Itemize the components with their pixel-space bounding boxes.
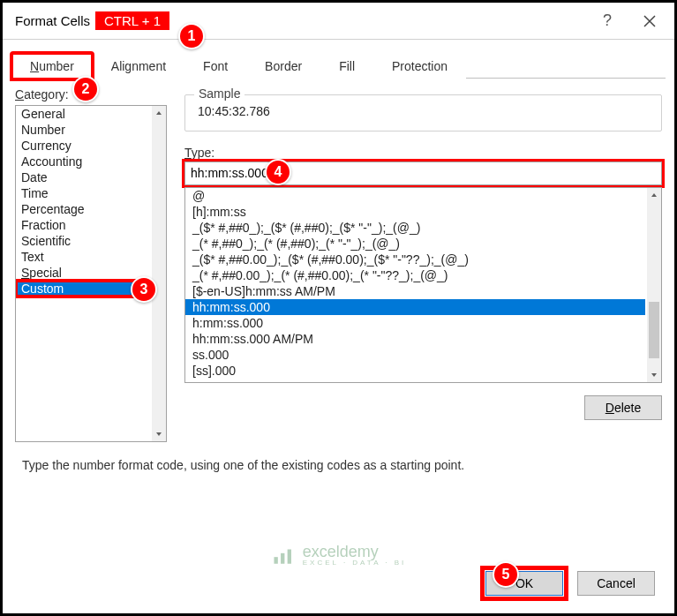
svg-rect-1: [281, 553, 284, 564]
category-item[interactable]: Number: [16, 122, 152, 138]
type-item-selected[interactable]: hh:mm:ss.000: [185, 299, 645, 315]
scroll-thumb[interactable]: [649, 302, 659, 358]
category-item[interactable]: Fraction: [16, 217, 152, 233]
category-list[interactable]: General Number Currency Accounting Date …: [15, 105, 167, 442]
type-item[interactable]: [h]:mm:ss: [185, 204, 645, 220]
svg-rect-0: [274, 557, 277, 564]
callout-4: 4: [265, 159, 291, 185]
type-item[interactable]: _(* #,##0_);_(* (#,##0);_(* "-"_);_(@_): [185, 236, 645, 252]
svg-rect-2: [287, 550, 290, 564]
sample-value: 10:45:32.786: [196, 104, 651, 118]
tab-alignment[interactable]: Alignment: [93, 53, 184, 79]
callout-3: 3: [131, 276, 157, 303]
scroll-up-icon[interactable]: [152, 106, 166, 120]
tab-font[interactable]: Font: [184, 53, 246, 79]
category-item[interactable]: General: [16, 106, 152, 122]
sample-label: Sample: [194, 86, 244, 101]
category-item[interactable]: Text: [16, 249, 152, 265]
scroll-up-icon[interactable]: [647, 188, 661, 202]
scroll-down-icon[interactable]: [152, 427, 166, 441]
type-list[interactable]: @ [h]:mm:ss _($* #,##0_);_($* (#,##0);_(…: [184, 187, 662, 383]
delete-button[interactable]: Delete: [584, 395, 662, 420]
category-item[interactable]: Scientific: [16, 233, 152, 249]
category-item[interactable]: Date: [16, 169, 152, 185]
type-item[interactable]: hh:mm:ss.000 AM/PM: [185, 331, 645, 347]
callout-2: 2: [72, 76, 99, 102]
dialog-body: Category: General Number Currency Accoun…: [3, 79, 674, 442]
type-scrollbar[interactable]: [647, 188, 661, 382]
tab-protection[interactable]: Protection: [373, 53, 466, 79]
category-item[interactable]: Special: [16, 265, 152, 281]
category-item[interactable]: Accounting: [16, 154, 152, 169]
watermark-subtext: EXCEL · DATA · BI: [303, 560, 407, 567]
scroll-down-icon[interactable]: [647, 368, 661, 382]
tabs: Number Alignment Font Border Fill Protec…: [11, 52, 666, 79]
help-button[interactable]: ?: [586, 4, 628, 38]
callout-1: 1: [178, 23, 205, 49]
type-item[interactable]: _($* #,##0.00_);_($* (#,##0.00);_($* "-"…: [185, 252, 645, 267]
shortcut-badge: CTRL + 1: [95, 11, 169, 30]
watermark: exceldemy EXCEL · DATA · BI: [271, 544, 407, 567]
type-input[interactable]: [184, 162, 662, 185]
sample-box: Sample 10:45:32.786: [184, 94, 662, 131]
callout-5: 5: [493, 561, 519, 588]
left-panel: Category: General Number Currency Accoun…: [15, 87, 167, 442]
close-button[interactable]: [628, 4, 671, 38]
category-scrollbar[interactable]: [152, 106, 166, 441]
type-item[interactable]: @: [185, 188, 645, 204]
category-item[interactable]: Currency: [16, 138, 152, 154]
type-item[interactable]: h:mm:ss.000: [185, 315, 645, 331]
category-item[interactable]: Percentage: [16, 201, 152, 217]
type-item[interactable]: [$-en-US]h:mm:ss AM/PM: [185, 283, 645, 299]
tab-fill[interactable]: Fill: [320, 53, 373, 79]
tab-number[interactable]: Number: [11, 53, 93, 79]
watermark-icon: [271, 544, 294, 567]
type-item[interactable]: _($* #,##0_);_($* (#,##0);_($* "-"_);_(@…: [185, 220, 645, 236]
type-item[interactable]: _(* #,##0.00_);_(* (#,##0.00);_(* "-"??_…: [185, 267, 645, 283]
hint-text: Type the number format code, using one o…: [22, 458, 662, 472]
category-item[interactable]: Time: [16, 185, 152, 201]
watermark-text: exceldemy: [303, 544, 407, 560]
right-panel: Sample 10:45:32.786 Type: @ [h]:mm:ss _(…: [184, 87, 662, 442]
titlebar: Format Cells CTRL + 1 ?: [3, 3, 674, 40]
tab-border[interactable]: Border: [246, 53, 320, 79]
type-item[interactable]: [ss].000: [185, 363, 645, 379]
dialog-title: Format Cells: [15, 13, 90, 28]
format-cells-dialog: Format Cells CTRL + 1 ? Number Alignment…: [0, 0, 677, 616]
type-label: Type:: [184, 146, 662, 160]
close-icon: [643, 15, 656, 27]
help-icon: ?: [603, 11, 612, 30]
type-item[interactable]: ss.000: [185, 347, 645, 363]
cancel-button[interactable]: Cancel: [577, 571, 655, 596]
